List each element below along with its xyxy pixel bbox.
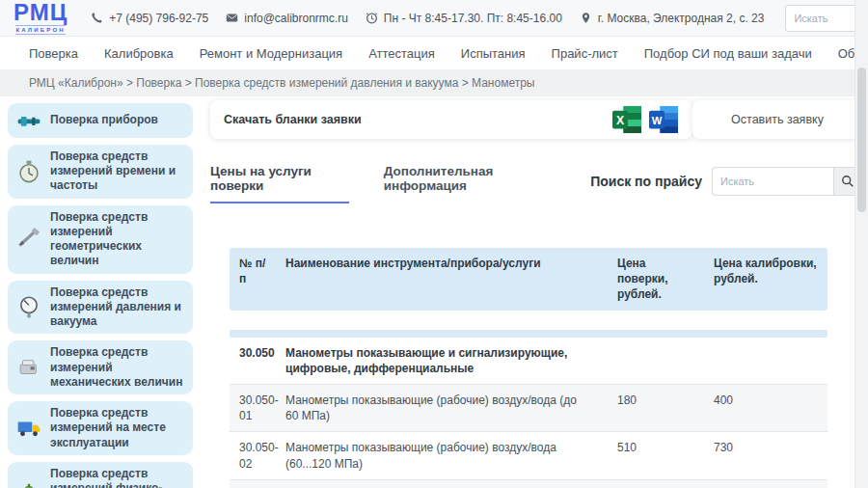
pressure-gauge-icon [16, 294, 41, 319]
main-panel: Скачать бланки заявки X W [193, 96, 868, 488]
scrollbar[interactable] [854, 0, 868, 488]
table-spacer [230, 311, 827, 330]
row-name: Манометры показывающие (рабочие) воздух/… [276, 385, 608, 431]
address-location[interactable]: г. Москва, Электродная 2, с. 23 [580, 12, 765, 25]
caliper-icon [16, 227, 41, 252]
download-row: Скачать бланки заявки X W [210, 100, 862, 139]
leave-request-button[interactable]: Оставить заявку [692, 100, 862, 139]
breadcrumb[interactable]: РМЦ «Калиброн» > Поверка > Поверка средс… [0, 69, 868, 96]
nav-item-remont[interactable]: Ремонт и Модернизация [200, 46, 342, 61]
col-header-verify-price: Цена поверки, рублей. [608, 248, 704, 311]
row-number: 30.050-01 [230, 385, 276, 431]
price-table: № п/п Наименование инструмента/прибора/у… [230, 248, 827, 488]
search-icon [841, 175, 854, 188]
row-calib-price: 550 [704, 480, 827, 488]
table-separator-bar [230, 330, 827, 338]
sidebar-item-label: Поверка средств измерений механических в… [50, 345, 184, 390]
phone-number: +7 (495) 796-92-75 [109, 12, 208, 25]
table-row: 30.050-03 Манометры показывающие (рабочи… [230, 479, 827, 488]
row-name: Манометры показывающие (рабочие) кислоро… [276, 480, 608, 488]
row-calib-price: 730 [704, 432, 827, 478]
nav-item-ispytania[interactable]: Испытания [461, 46, 526, 61]
word-file-icon[interactable]: W [648, 105, 679, 134]
nav-item-price-list[interactable]: Прайс-лист [552, 46, 618, 61]
col-header-name: Наименование инструмента/прибора/услуги [276, 248, 608, 311]
table-row: 30.050 Манометры показывающие и сигнализ… [230, 338, 827, 384]
sidebar-item-geometricheskie[interactable]: Поверка средств измерений геометрических… [8, 205, 193, 274]
hours-text: Пн - Чт 8:45-17.30. Пт: 8:45-16.00 [384, 12, 562, 25]
content: Поверка приборов Поверка средств измерен… [0, 96, 868, 488]
sidebar-item-label: Поверка средств измерений времени и част… [50, 149, 184, 194]
sidebar-item-mehanicheskie[interactable]: Поверка средств измерений механических в… [8, 340, 193, 394]
mail-icon [226, 12, 238, 24]
col-header-calib-price: Цена калибровки, рублей. [704, 248, 827, 311]
tabs-row: Цены на услуги поверки Дополнительная ин… [210, 164, 862, 203]
address-text: г. Москва, Электродная 2, с. 23 [598, 12, 765, 25]
download-file-icons: X W [611, 105, 679, 134]
table-header-row: № п/п Наименование инструмента/прибора/у… [230, 248, 827, 311]
logo[interactable]: РМЦ КАЛИБРОН [14, 1, 68, 35]
row-number: 30.050-03 [230, 480, 276, 488]
price-search: Поиск по прайсу [590, 167, 862, 202]
sidebar-item-label: Поверка приборов [50, 113, 158, 127]
tab-prices[interactable]: Цены на услуги поверки [210, 164, 349, 203]
tab-additional-info[interactable]: Дополнительная информация [384, 164, 556, 203]
stopwatch-icon [16, 159, 41, 184]
row-number: 30.050-02 [230, 432, 276, 478]
table-row: 30.050-01 Манометры показывающие (рабочи… [230, 384, 827, 431]
clock-icon [366, 12, 378, 24]
top-bar: РМЦ КАЛИБРОН +7 (495) 796-92-75 info@cal… [0, 0, 868, 37]
sidebar-item-label: Поверка средств измерений давления и вак… [50, 285, 184, 330]
sidebar-item-vremya-chastota[interactable]: Поверка средств измерений времени и част… [8, 145, 193, 199]
table-row: 30.050-02 Манометры показывающие (рабочи… [230, 431, 827, 478]
sidebar-item-davlenie-vakuum[interactable]: Поверка средств измерений давления и вак… [8, 281, 193, 335]
nav-item-poverka[interactable]: Поверка [29, 46, 78, 61]
price-search-label: Поиск по прайсу [590, 174, 702, 189]
page: РМЦ КАЛИБРОН +7 (495) 796-92-75 info@cal… [0, 0, 868, 488]
sidebar-item-fiziko-himicheskie[interactable]: Поверка средств измерений физико-химичес… [8, 462, 193, 488]
scrollbar-thumb[interactable] [857, 68, 866, 212]
working-hours: Пн - Чт 8:45-17.30. Пт: 8:45-16.00 [366, 12, 562, 25]
row-verify-price: 330 [608, 480, 704, 488]
svg-text:W: W [652, 115, 663, 126]
gas-analyzer-icon [16, 483, 41, 488]
svg-text:X: X [616, 114, 625, 127]
location-pin-icon [580, 12, 592, 24]
sidebar-item-label: Поверка средств измерений геометрических… [50, 210, 184, 269]
row-number: 30.050 [230, 338, 276, 384]
nav-item-kalibrovka[interactable]: Калибровка [104, 46, 174, 61]
row-calib-price: 400 [704, 385, 827, 431]
logo-subtext: КАЛИБРОН [15, 25, 65, 35]
download-forms-label: Скачать бланки заявки [224, 113, 362, 126]
sidebar-item-pribory[interactable]: Поверка приборов [8, 103, 193, 138]
sidebar-item-na-meste[interactable]: Поверка средств измерений на месте экспл… [8, 401, 193, 455]
row-verify-price: 180 [608, 385, 704, 431]
instrument-icon [16, 108, 41, 133]
sidebar-item-label: Поверка средств измерений физико-химичес… [50, 467, 184, 488]
phone-icon [91, 12, 103, 24]
logo-text: РМЦ [14, 1, 68, 24]
download-forms-card: Скачать бланки заявки X W [210, 100, 692, 139]
row-verify-price [608, 338, 704, 384]
nav-item-podbor-si[interactable]: Подбор СИ под ваши задачи [644, 46, 812, 61]
row-verify-price: 510 [608, 432, 704, 478]
phone-contact[interactable]: +7 (495) 796-92-75 [91, 12, 208, 25]
email-contact[interactable]: info@calibronrmc.ru [226, 12, 348, 25]
row-calib-price [704, 338, 827, 384]
col-header-number: № п/п [230, 248, 276, 311]
scale-icon [16, 355, 41, 380]
sidebar: Поверка приборов Поверка средств измерен… [0, 96, 193, 488]
email-address: info@calibronrmc.ru [244, 12, 348, 25]
sidebar-item-label: Поверка средств измерений на месте экспл… [50, 406, 184, 450]
price-search-input[interactable] [712, 167, 833, 196]
row-name: Манометры показывающие и сигнализирующие… [276, 338, 608, 384]
excel-file-icon[interactable]: X [611, 105, 642, 134]
row-name: Манометры показывающие (рабочие) воздух/… [276, 432, 608, 478]
truck-icon [16, 416, 41, 441]
nav-item-attestacia[interactable]: Аттестация [368, 46, 435, 61]
main-nav: Поверка Калибровка Ремонт и Модернизация… [0, 37, 868, 69]
